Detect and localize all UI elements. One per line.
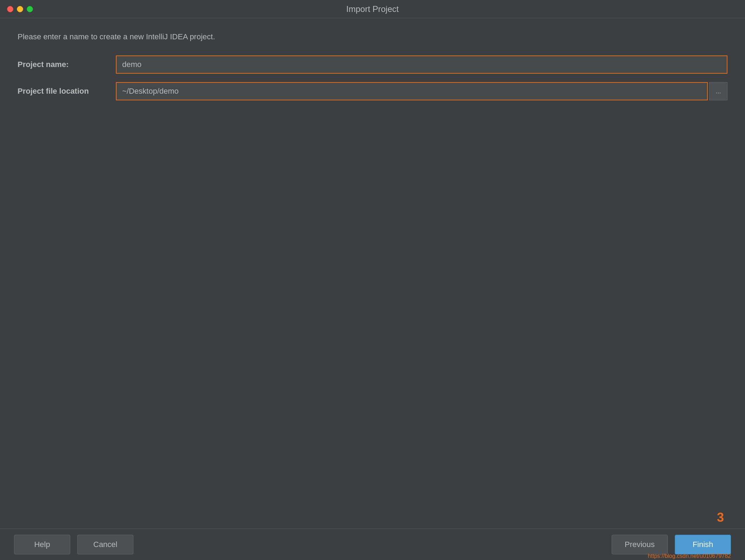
url-text: https://blog.csdn.net/u010679782 [648, 553, 731, 559]
minimize-button[interactable] [17, 6, 23, 12]
browse-button[interactable]: ... [709, 82, 727, 100]
annotation-3: 3 [717, 510, 724, 525]
project-name-input[interactable] [116, 55, 727, 74]
traffic-lights [7, 6, 33, 12]
previous-button[interactable]: Previous [612, 535, 668, 554]
footer-right-buttons: Previous Finish [612, 535, 731, 554]
finish-button[interactable]: Finish [675, 535, 731, 554]
project-name-row: Project name: 1、项目名 [18, 55, 727, 74]
maximize-button[interactable] [27, 6, 33, 12]
project-location-label: Project file location [18, 87, 116, 96]
description-text: Please enter a name to create a new Inte… [18, 32, 727, 41]
project-location-row: Project file location ... 2、项目路径 [18, 82, 727, 100]
import-project-dialog: Import Project Please enter a name to cr… [0, 0, 745, 560]
close-button[interactable] [7, 6, 13, 12]
project-location-input[interactable] [116, 82, 708, 100]
project-name-label: Project name: [18, 60, 116, 69]
window-title: Import Project [346, 4, 398, 14]
main-content: Please enter a name to create a new Inte… [0, 18, 745, 528]
project-location-input-wrapper: ... 2、项目路径 [116, 82, 727, 100]
cancel-button[interactable]: Cancel [77, 535, 133, 554]
help-button[interactable]: Help [14, 535, 70, 554]
footer-left-buttons: Help Cancel [14, 535, 133, 554]
footer: Help Cancel Previous Finish https://blog… [0, 528, 745, 560]
project-name-input-wrapper: 1、项目名 [116, 55, 727, 74]
title-bar: Import Project [0, 0, 745, 18]
